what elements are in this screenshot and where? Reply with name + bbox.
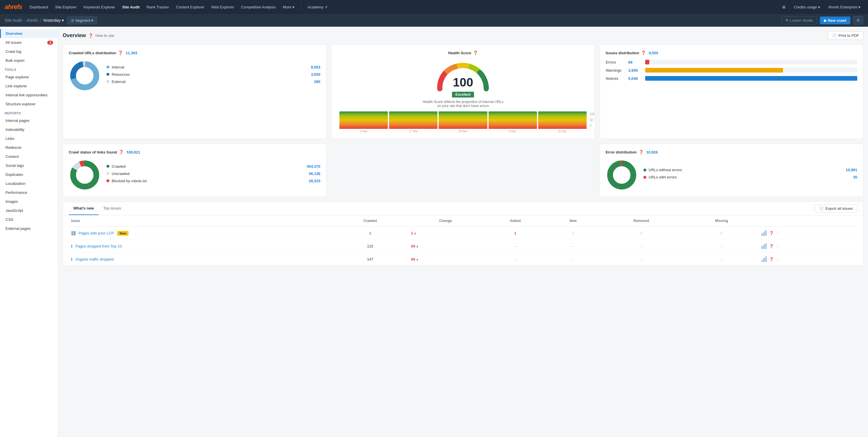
error-dist-title: Error distribution ❓ 10,926 — [606, 150, 857, 154]
error-dist-total: 10,926 — [646, 150, 658, 154]
tab-whats-new[interactable]: What's new — [69, 202, 99, 215]
sidebar-item-bulk-export[interactable]: Bulk export — [0, 56, 58, 65]
sidebar-item-javascript[interactable]: JavaScript — [0, 206, 58, 215]
col-actions — [759, 215, 857, 227]
mini-bar — [761, 260, 763, 262]
export-all-issues-button[interactable]: 📄 Export all issues — [815, 204, 857, 213]
sidebar-item-internal-pages[interactable]: Internal pages — [0, 116, 58, 125]
sidebar-item-overview[interactable]: Overview — [0, 29, 58, 38]
crawl-status-help-icon[interactable]: ❓ — [119, 150, 124, 154]
legend-internal: Internal 8,053 — [106, 65, 320, 69]
sidebar-item-redirects[interactable]: Redirects — [0, 143, 58, 152]
mini-bar — [764, 231, 765, 236]
nav-rank-tracker[interactable]: Rank Tracker — [144, 3, 172, 11]
info-icon-blue-2: ℹ — [71, 257, 72, 261]
breadcrumb-sep2: / — [40, 18, 41, 23]
sidebar-item-internal-link-opps[interactable]: Internal link opportunities — [0, 91, 58, 99]
sidebar-item-indexability[interactable]: Indexability — [0, 125, 58, 134]
sidebar-item-performance[interactable]: Performance — [0, 188, 58, 197]
up-arrow-1: ▲ — [416, 245, 418, 248]
how-to-use[interactable]: How to use — [95, 33, 114, 38]
uncrawled-val: 56,136 — [309, 171, 320, 176]
nav-site-audit[interactable]: Site Audit — [119, 3, 143, 11]
missing-cell-2: — — [684, 253, 759, 266]
sidebar-item-external-pages[interactable]: External pages — [0, 224, 58, 233]
breadcrumb-site-audit[interactable]: Site Audit — [5, 18, 22, 23]
main-content: Overview ❓ How to use 📄 Print to PDF Cra… — [58, 27, 868, 437]
sidebar-item-css[interactable]: CSS — [0, 215, 58, 224]
crawled-urls-help-icon[interactable]: ❓ — [118, 51, 123, 55]
sidebar-item-content[interactable]: Content — [0, 152, 58, 161]
issues-dist-help-icon[interactable]: ❓ — [641, 51, 646, 55]
logo[interactable]: ahrefs — [5, 3, 22, 11]
legend-blocked: Blocked by robots.txt 28,315 — [106, 179, 320, 183]
sidebar-item-links[interactable]: Links — [0, 134, 58, 143]
no-errors-dot — [644, 168, 646, 171]
error-dist-legend: URLs without errors 10,891 URLs with err… — [644, 168, 857, 182]
table-row: ℹ Pages dropped from Top 10 115 69 ▲ — — [69, 240, 857, 253]
missing-cell-0: 0 — [684, 227, 759, 240]
info-icon-blue-1: ℹ — [71, 244, 72, 248]
more-action-icon-2[interactable]: ⋮ — [776, 257, 780, 261]
nav-more[interactable]: More ▾ — [280, 3, 297, 11]
settings-button[interactable]: ⚙ — [853, 16, 863, 25]
legend-uncrawled: Uncrawled 56,136 — [106, 171, 320, 176]
new-crawl-button[interactable]: ▶ New crawl — [820, 17, 850, 24]
sidebar-item-page-explorer[interactable]: Page explorer — [0, 72, 58, 82]
tabs-list: What's new Top issues — [69, 202, 126, 215]
nav-academy[interactable]: Academy ↗ — [305, 3, 331, 11]
tab-top-issues[interactable]: Top issues — [99, 202, 126, 215]
sidebar-item-crawl-log[interactable]: Crawl log — [0, 47, 58, 56]
health-score-help-icon[interactable]: ❓ — [473, 51, 478, 55]
help-action-icon-1[interactable]: ❓ — [769, 244, 774, 248]
table-row: ℹ️ Pages with poor LCP New 1 1 ▲ — [69, 227, 857, 240]
help-action-icon-2[interactable]: ❓ — [769, 257, 774, 261]
looker-studio-button[interactable]: ⧉ Looker Studio — [782, 16, 817, 24]
nav-enterprise[interactable]: Ahrefs Enterprise ▾ — [825, 3, 863, 11]
breadcrumb: Site Audit / Ahrefs / Yesterday ▾ — [5, 18, 64, 23]
up-arrow-2: ▲ — [416, 258, 418, 261]
more-action-icon-0[interactable]: ⋮ — [776, 231, 780, 235]
sidebar-item-structure-explorer[interactable]: Structure explorer — [0, 99, 58, 108]
crawl-status-chart — [69, 159, 101, 191]
sidebar-item-all-issues[interactable]: All issues 3 — [0, 38, 58, 47]
nav-credits[interactable]: Credits usage ▾ — [791, 3, 823, 11]
nav-dashboard[interactable]: Dashboard — [27, 3, 51, 11]
sidebar-item-images[interactable]: Images — [0, 197, 58, 206]
sidebar-item-localization[interactable]: Localization — [0, 179, 58, 188]
more-action-icon-1[interactable]: ⋮ — [776, 244, 780, 248]
help-icon[interactable]: ❓ — [88, 33, 93, 38]
error-dist-help-icon[interactable]: ❓ — [639, 150, 644, 154]
export-icon: 📄 — [819, 206, 824, 211]
actions-cell-2: ❓ ⋮ — [759, 253, 857, 266]
sidebar-item-link-explorer[interactable]: Link explorer — [0, 82, 58, 91]
blocked-dot — [106, 179, 110, 182]
breadcrumb-sep1: / — [24, 18, 25, 23]
errors-bar-container — [645, 60, 857, 64]
actions-cell-0: ❓ ⋮ — [759, 227, 857, 240]
sidebar-item-social-tags[interactable]: Social tags — [0, 161, 58, 170]
legend-no-errors: URLs without errors 10,891 — [644, 168, 857, 172]
help-action-icon-0[interactable]: ❓ — [769, 231, 774, 235]
error-distribution-card: Error distribution ❓ 10,926 — [600, 144, 863, 197]
nav-content-explorer[interactable]: Content Explorer — [173, 3, 208, 11]
sidebar-item-duplicates[interactable]: Duplicates — [0, 170, 58, 179]
segment-button[interactable]: ⊙ Segment ▾ — [67, 17, 97, 24]
history-bars: 3 Nov 17 Nov 24 Nov 6 Dec — [339, 113, 586, 133]
issue-name-cell: ℹ Pages dropped from Top 10 — [69, 240, 332, 253]
table-body: ℹ️ Pages with poor LCP New 1 1 ▲ — [69, 227, 857, 266]
nav-keywords-explorer[interactable]: Keywords Explorer — [81, 3, 118, 11]
print-to-pdf-button[interactable]: 📄 Print to PDF — [828, 31, 863, 40]
nav-site-explorer[interactable]: Site Explorer — [52, 3, 80, 11]
nav-web-explorer[interactable]: Web Explorer — [208, 3, 237, 11]
crawled-urls-total: 11,393 — [126, 51, 137, 55]
breadcrumb-yesterday[interactable]: Yesterday ▾ — [43, 18, 64, 23]
empty-middle — [331, 144, 595, 197]
error-dist-chart — [606, 159, 638, 191]
excellent-badge: Excellent — [452, 92, 474, 97]
col-missing: Missing — [684, 215, 759, 227]
nav-competitive-analysis[interactable]: Competitive Analysis — [238, 3, 279, 11]
top-cards-row: Crawled URLs distribution ❓ 11,393 — [63, 44, 863, 139]
crawled-urls-title: Crawled URLs distribution ❓ 11,393 — [69, 51, 320, 55]
breadcrumb-ahrefs[interactable]: Ahrefs — [26, 18, 38, 23]
